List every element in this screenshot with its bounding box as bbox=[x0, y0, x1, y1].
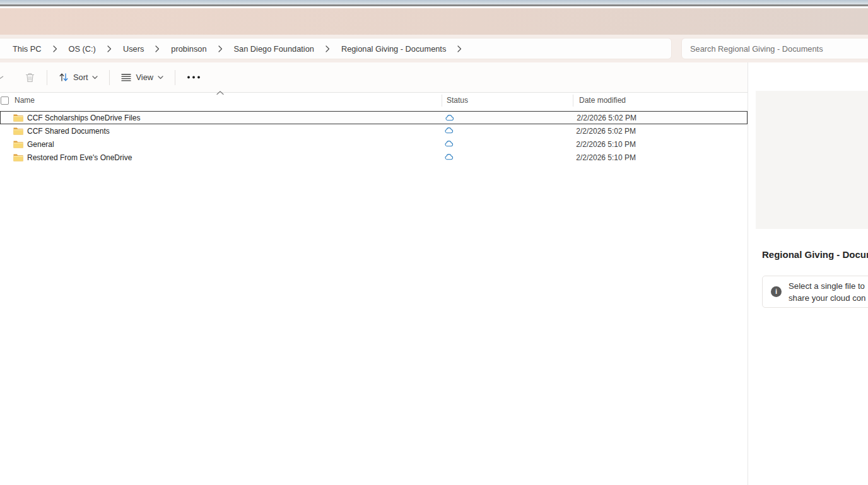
file-row[interactable]: General 2/2/2026 5:10 PM bbox=[0, 137, 748, 151]
search-box[interactable] bbox=[681, 38, 868, 59]
chevron-right-icon[interactable] bbox=[155, 45, 160, 52]
column-header-status[interactable]: Status bbox=[447, 96, 468, 105]
column-header-date-modified[interactable]: Date modified bbox=[579, 96, 626, 105]
clipped-toolbar-icon bbox=[0, 75, 4, 81]
chevron-down-icon bbox=[158, 76, 163, 79]
cloud-status-icon[interactable] bbox=[444, 140, 454, 147]
chevron-right-icon[interactable] bbox=[53, 45, 57, 52]
cloud-status-icon[interactable] bbox=[445, 114, 454, 121]
column-divider[interactable] bbox=[442, 95, 442, 107]
file-name: CCF Shared Documents bbox=[27, 127, 110, 136]
file-list: CCF Scholarships OneDrive Files 2/2/2026… bbox=[0, 111, 748, 164]
breadcrumb-item[interactable]: Regional Giving - Documents bbox=[339, 42, 448, 56]
details-pane-title: Regional Giving - Documents bbox=[762, 249, 868, 260]
sort-label: Sort bbox=[73, 73, 88, 82]
trash-icon bbox=[25, 72, 35, 83]
cloud-status-icon[interactable] bbox=[444, 153, 454, 160]
folder-icon bbox=[13, 140, 23, 149]
folder-icon bbox=[13, 127, 23, 136]
chevron-right-icon[interactable] bbox=[326, 45, 330, 52]
see-more-button[interactable] bbox=[181, 71, 206, 83]
file-row[interactable]: Restored From Eve's OneDrive 2/2/2026 5:… bbox=[0, 151, 748, 164]
sort-button[interactable]: Sort bbox=[53, 68, 103, 86]
folder-preview-thumbnail bbox=[756, 91, 868, 229]
details-pane: Regional Giving - Documents i Select a s… bbox=[748, 62, 868, 485]
file-date-modified: 2/2/2026 5:02 PM bbox=[554, 127, 636, 136]
folder-icon bbox=[13, 153, 23, 162]
navigation-bar: This PC OS (C:) Users probinson San Dieg… bbox=[0, 35, 868, 62]
column-divider[interactable] bbox=[573, 95, 573, 107]
arrows-up-down-icon bbox=[59, 73, 69, 82]
details-info-card: i Select a single file to share your clo… bbox=[762, 276, 868, 308]
chevron-right-icon[interactable] bbox=[107, 45, 112, 52]
toolbar-divider bbox=[47, 70, 47, 85]
command-toolbar: Sort View bbox=[0, 62, 868, 93]
chevron-right-icon[interactable] bbox=[218, 45, 223, 52]
delete-button[interactable] bbox=[19, 67, 41, 88]
file-date-modified: 2/2/2026 5:10 PM bbox=[554, 140, 636, 149]
list-lines-icon bbox=[121, 73, 131, 82]
column-header-name[interactable]: Name bbox=[15, 96, 35, 105]
address-bar[interactable]: This PC OS (C:) Users probinson San Dieg… bbox=[0, 38, 672, 59]
view-button[interactable]: View bbox=[115, 68, 169, 86]
sort-ascending-icon bbox=[216, 91, 224, 95]
file-date-modified: 2/2/2026 5:02 PM bbox=[554, 114, 636, 122]
file-row[interactable]: CCF Shared Documents 2/2/2026 5:02 PM bbox=[0, 124, 748, 137]
file-name: Restored From Eve's OneDrive bbox=[27, 153, 132, 162]
breadcrumb: This PC OS (C:) Users probinson San Dieg… bbox=[11, 42, 471, 56]
column-header-row: Name Status Date modified bbox=[0, 93, 748, 109]
select-all-checkbox[interactable] bbox=[1, 96, 9, 105]
file-name: CCF Scholarships OneDrive Files bbox=[27, 114, 140, 122]
background-window-strip bbox=[0, 0, 868, 6]
file-name: General bbox=[27, 140, 54, 149]
chevron-right-icon[interactable] bbox=[457, 45, 462, 52]
breadcrumb-item[interactable]: Users bbox=[121, 42, 146, 56]
view-label: View bbox=[136, 73, 153, 82]
file-row[interactable]: CCF Scholarships OneDrive Files 2/2/2026… bbox=[0, 111, 748, 124]
cloud-status-icon[interactable] bbox=[444, 127, 454, 134]
file-date-modified: 2/2/2026 5:10 PM bbox=[554, 153, 636, 162]
window-titlebar bbox=[0, 8, 868, 35]
breadcrumb-item[interactable]: This PC bbox=[11, 42, 44, 56]
folder-icon bbox=[13, 114, 23, 122]
breadcrumb-item[interactable]: probinson bbox=[169, 42, 208, 56]
breadcrumb-item[interactable]: San Diego Foundation bbox=[232, 42, 316, 56]
toolbar-divider bbox=[175, 70, 175, 85]
details-info-text: Select a single file to share your cloud… bbox=[789, 281, 868, 304]
toolbar-divider bbox=[109, 70, 110, 85]
chevron-down-icon bbox=[92, 76, 98, 79]
three-dots-icon bbox=[187, 76, 201, 79]
breadcrumb-item[interactable]: OS (C:) bbox=[67, 42, 98, 56]
search-input[interactable] bbox=[690, 44, 860, 54]
info-icon: i bbox=[771, 286, 782, 297]
